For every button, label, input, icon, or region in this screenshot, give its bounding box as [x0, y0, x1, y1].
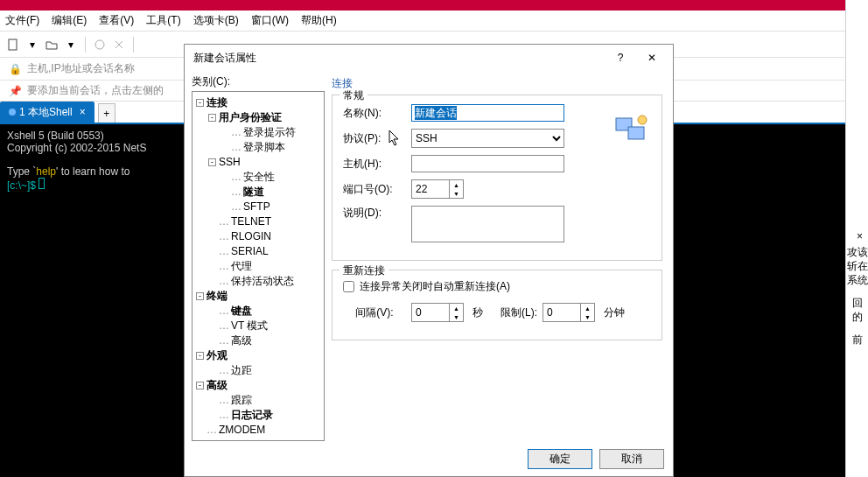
group-general-legend: 常规	[340, 88, 368, 103]
svg-point-1	[95, 40, 104, 49]
tree-advanced-term[interactable]: 高级	[231, 334, 252, 347]
tree-connection[interactable]: 连接	[206, 96, 228, 109]
tree-security[interactable]: 安全性	[243, 171, 275, 183]
new-file-icon[interactable]	[5, 37, 21, 53]
reconnect-icon[interactable]	[92, 37, 108, 53]
spin-up-icon[interactable]: ▲	[581, 304, 594, 312]
tree-margin[interactable]: 边距	[231, 364, 252, 376]
auto-reconnect-label: 连接异常关闭时自动重新连接(A)	[360, 279, 510, 294]
interval-label: 间隔(V):	[343, 305, 406, 320]
dialog-titlebar: 新建会话属性 ? ✕	[185, 45, 673, 71]
hint-text: 要添加当前会话，点击左侧的	[27, 83, 164, 98]
menu-file[interactable]: 文件(F)	[5, 13, 39, 28]
svg-rect-5	[628, 127, 644, 139]
menu-window[interactable]: 窗口(W)	[251, 13, 289, 28]
group-general: 常规 名称(N): 新建会话 协议(P): SSH 主机	[332, 95, 662, 261]
tab-local-shell[interactable]: 1 本地Shell ×	[0, 102, 94, 123]
protocol-label: 协议(P):	[343, 131, 406, 146]
menu-help[interactable]: 帮助(H)	[301, 13, 337, 28]
spin-up-icon[interactable]: ▲	[450, 180, 463, 189]
menu-view[interactable]: 查看(V)	[99, 13, 134, 28]
interval-input[interactable]	[412, 304, 449, 321]
svg-point-6	[638, 116, 647, 124]
overlay-text: 攻该	[846, 245, 868, 259]
tree-login-prompt[interactable]: 登录提示符	[243, 126, 296, 138]
new-session-dialog: 新建会话属性 ? ✕ 类别(C): -连接 -用户身份验证 …登录提示符 …登录…	[184, 44, 674, 477]
category-tree[interactable]: -连接 -用户身份验证 …登录提示符 …登录脚本 -SSH …安全性	[192, 91, 325, 441]
port-spinner[interactable]: ▲▼	[411, 179, 464, 199]
tree-keyboard[interactable]: 键盘	[231, 305, 252, 317]
tree-advanced[interactable]: 高级	[206, 379, 228, 391]
menu-edit[interactable]: 编辑(E)	[52, 13, 87, 28]
group-reconnect: 重新连接 连接异常关闭时自动重新连接(A) 间隔(V): ▲▼ 秒 限制(L):	[332, 270, 662, 340]
tree-sftp[interactable]: SFTP	[243, 200, 270, 213]
tree-proxy[interactable]: 代理	[231, 260, 252, 272]
tree-toggle-icon[interactable]: -	[196, 99, 204, 107]
group-reconnect-legend: 重新连接	[340, 263, 388, 278]
tree-rlogin[interactable]: RLOGIN	[231, 230, 271, 242]
tree-telnet[interactable]: TELNET	[231, 215, 271, 228]
disconnect-icon[interactable]	[111, 37, 127, 53]
tree-trace[interactable]: 跟踪	[231, 394, 252, 406]
menu-tools[interactable]: 工具(T)	[146, 13, 180, 28]
tree-terminal[interactable]: 终端	[206, 290, 228, 302]
tree-vtmode[interactable]: VT 模式	[231, 319, 268, 332]
right-overlay-panel: × 攻该 斩在 系统 回 的 前	[845, 228, 868, 420]
tab-close-icon[interactable]: ×	[80, 106, 86, 118]
tree-tunnel[interactable]: 隧道	[243, 186, 264, 198]
interval-spinner[interactable]: ▲▼	[411, 303, 464, 322]
tab-status-icon	[9, 109, 16, 116]
overlay-text: 前	[846, 333, 868, 347]
menu-tabs[interactable]: 选项卡(B)	[193, 13, 239, 28]
cancel-button[interactable]: 取消	[599, 449, 664, 469]
tree-zmodem[interactable]: ZMODEM	[219, 424, 265, 436]
tree-keepalive[interactable]: 保持活动状态	[231, 275, 294, 287]
desc-input[interactable]	[411, 206, 564, 242]
tree-toggle-icon[interactable]: -	[208, 158, 216, 166]
overlay-text: 系统	[846, 273, 868, 287]
spin-down-icon[interactable]: ▼	[581, 312, 594, 321]
svg-rect-0	[9, 39, 17, 50]
menubar: 文件(F) 编辑(E) 查看(V) 工具(T) 选项卡(B) 窗口(W) 帮助(…	[0, 11, 868, 32]
ok-button[interactable]: 确定	[528, 449, 592, 469]
desc-label: 说明(D):	[343, 206, 406, 221]
dialog-buttons: 确定 取消	[185, 441, 673, 476]
main-titlebar	[0, 0, 868, 11]
tree-toggle-icon[interactable]: -	[208, 114, 216, 122]
pin-icon: 📌	[9, 85, 22, 97]
address-placeholder[interactable]: 主机,IP地址或会话名称	[27, 61, 135, 76]
dialog-title: 新建会话属性	[190, 51, 605, 66]
overlay-close-icon[interactable]: ×	[846, 228, 868, 245]
spin-down-icon[interactable]: ▼	[450, 312, 463, 321]
spin-down-icon[interactable]: ▼	[450, 189, 463, 198]
tree-appearance[interactable]: 外观	[206, 349, 228, 361]
auto-reconnect-checkbox[interactable]	[343, 281, 354, 292]
spin-up-icon[interactable]: ▲	[450, 304, 463, 312]
open-folder-dropdown-icon[interactable]: ▾	[63, 37, 79, 53]
limit-spinner[interactable]: ▲▼	[542, 303, 595, 322]
name-label: 名称(N):	[343, 106, 406, 121]
new-file-dropdown-icon[interactable]: ▾	[24, 37, 40, 53]
tree-toggle-icon[interactable]: -	[196, 352, 204, 360]
tree-auth[interactable]: 用户身份验证	[219, 111, 282, 123]
lock-icon: 🔒	[9, 63, 22, 75]
tree-ssh[interactable]: SSH	[219, 156, 241, 168]
tree-login-script[interactable]: 登录脚本	[243, 141, 285, 153]
computers-icon	[614, 113, 649, 148]
tree-toggle-icon[interactable]: -	[196, 382, 204, 389]
limit-unit: 分钟	[604, 305, 625, 320]
close-icon[interactable]: ✕	[636, 47, 668, 68]
limit-input[interactable]	[543, 304, 580, 321]
tree-toggle-icon[interactable]: -	[196, 292, 204, 300]
protocol-select[interactable]: SSH	[411, 129, 564, 148]
host-input[interactable]	[411, 155, 564, 172]
port-input[interactable]	[412, 180, 449, 198]
tab-add-button[interactable]: +	[98, 103, 116, 123]
overlay-text: 回	[846, 296, 868, 310]
tree-log[interactable]: 日志记录	[231, 409, 273, 421]
tree-serial[interactable]: SERIAL	[231, 245, 269, 257]
help-button[interactable]: ?	[605, 47, 636, 68]
tab-label: 1 本地Shell	[19, 105, 73, 120]
name-input[interactable]: 新建会话	[411, 104, 564, 122]
open-folder-icon[interactable]	[44, 37, 60, 53]
